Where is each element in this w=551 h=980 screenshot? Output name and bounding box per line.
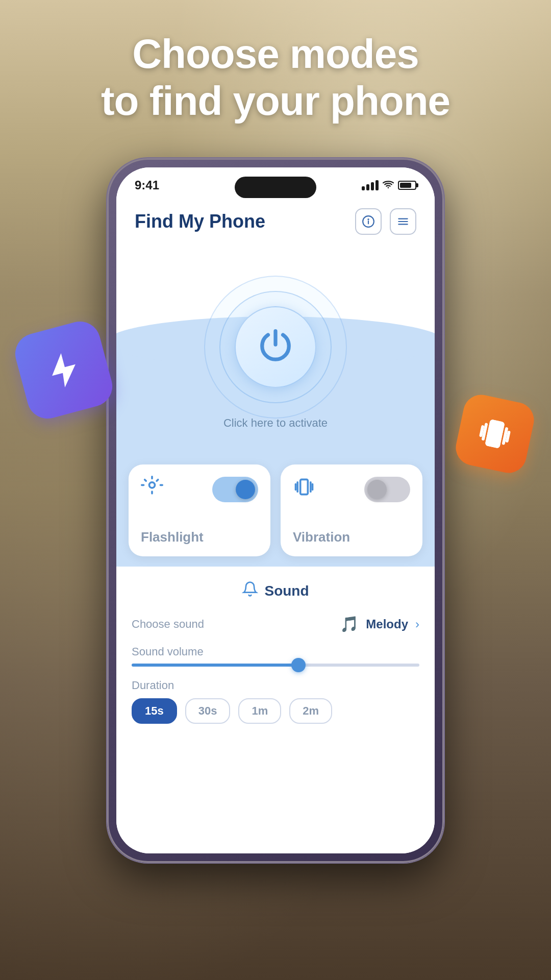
bolt-icon <box>39 345 89 395</box>
sound-title: Sound <box>264 583 309 599</box>
volume-thumb[interactable] <box>291 658 306 672</box>
flashlight-card: Flashlight <box>129 464 270 556</box>
volume-slider-wrap <box>132 664 419 667</box>
volume-row: Sound volume <box>132 645 419 667</box>
melody-name: Melody <box>366 617 408 631</box>
volume-label: Sound volume <box>132 645 419 658</box>
flashlight-label: Flashlight <box>141 529 204 545</box>
duration-label: Duration <box>132 679 419 692</box>
svg-line-16 <box>145 480 146 481</box>
header-buttons <box>355 208 416 235</box>
power-area: Click here to activate <box>116 240 435 454</box>
power-button[interactable] <box>204 276 347 419</box>
power-icon <box>258 327 293 368</box>
svg-line-5 <box>507 432 509 441</box>
chevron-right-icon: › <box>415 617 419 631</box>
mode-cards: Flashlight <box>116 454 435 567</box>
phone-screen: 9:41 <box>116 167 435 853</box>
app-header: Find My Phone <box>116 203 435 240</box>
flashlight-toggle[interactable] <box>212 477 258 502</box>
flashlight-icon <box>141 476 163 503</box>
status-time: 9:41 <box>135 178 159 192</box>
melody-selector[interactable]: 🎵 Melody › <box>340 615 419 633</box>
flashlight-card-top <box>141 476 258 503</box>
svg-rect-20 <box>300 479 308 494</box>
duration-15s[interactable]: 15s <box>132 698 177 724</box>
duration-2m[interactable]: 2m <box>289 698 332 724</box>
info-button[interactable] <box>355 208 382 235</box>
svg-rect-1 <box>485 419 505 448</box>
menu-button[interactable] <box>390 208 416 235</box>
title-area: Choose modes to find your phone <box>0 31 551 125</box>
duration-30s[interactable]: 30s <box>185 698 231 724</box>
svg-point-6 <box>388 187 389 188</box>
vibrate-icon <box>473 412 516 455</box>
svg-line-17 <box>157 480 158 481</box>
main-title: Choose modes to find your phone <box>0 31 551 125</box>
duration-1m[interactable]: 1m <box>238 698 281 724</box>
vibration-card-top <box>293 476 410 503</box>
info-icon <box>362 215 375 228</box>
sound-header: Sound <box>132 581 419 601</box>
duration-row: Duration 15s 30s 1m 2m <box>132 679 419 724</box>
circle-inner <box>235 306 316 388</box>
dynamic-island <box>235 177 316 198</box>
choose-sound-label: Choose sound <box>132 618 204 631</box>
duration-options: 15s 30s 1m 2m <box>132 698 419 724</box>
vibration-icon <box>293 476 315 503</box>
melody-emoji: 🎵 <box>340 615 359 633</box>
menu-icon <box>396 215 410 228</box>
phone-mockup: 9:41 <box>107 158 444 863</box>
status-icons <box>362 180 416 191</box>
app-title: Find My Phone <box>135 211 265 232</box>
click-label: Click here to activate <box>116 416 435 430</box>
signal-icon <box>362 180 379 190</box>
svg-line-2 <box>481 427 483 435</box>
bell-icon <box>242 581 258 601</box>
volume-slider[interactable] <box>132 664 419 667</box>
wifi-icon <box>383 180 394 191</box>
sound-section: Sound Choose sound 🎵 Melody › Sound volu… <box>116 567 435 853</box>
vibration-label: Vibration <box>293 529 350 545</box>
vibration-card: Vibration <box>281 464 422 556</box>
battery-icon <box>398 181 416 190</box>
svg-point-13 <box>149 482 155 488</box>
choose-sound-row[interactable]: Choose sound 🎵 Melody › <box>132 615 419 633</box>
vibration-toggle[interactable] <box>364 477 410 502</box>
